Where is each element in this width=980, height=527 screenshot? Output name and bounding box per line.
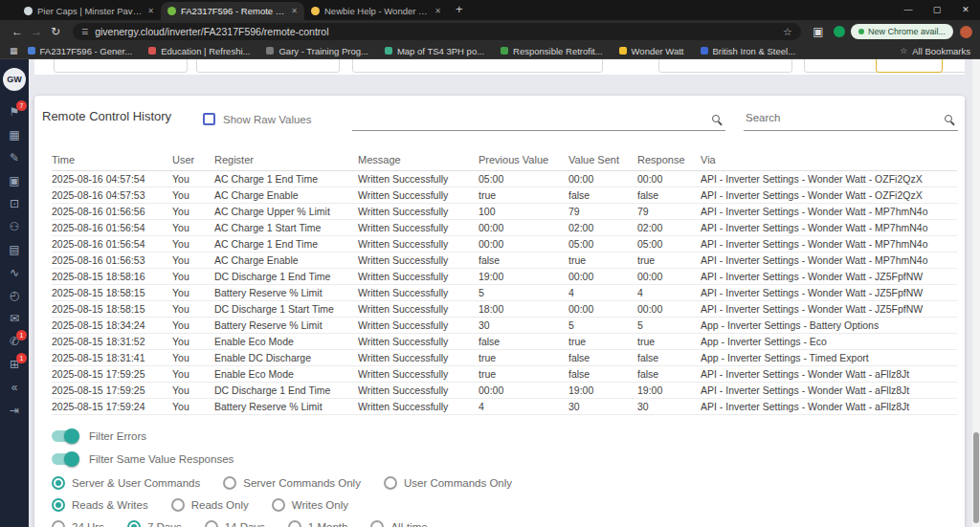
sidebar-item-display[interactable]: ⊡	[0, 192, 29, 215]
bookmark-item[interactable]: Gary - Training Prog...	[266, 46, 368, 56]
bookmark-item[interactable]: British Iron & Steel...	[701, 46, 796, 56]
toggle-switch[interactable]	[52, 453, 78, 465]
sidebar-item-collapse[interactable]: «	[0, 376, 29, 399]
minimize-button[interactable]: —	[894, 0, 923, 20]
bookmark-item[interactable]: Education | Refreshi...	[148, 46, 250, 56]
user-avatar[interactable]: GW	[3, 68, 26, 91]
bookmark-item[interactable]: Responsible Retrofit...	[501, 46, 602, 56]
browser-tab[interactable]: Newbie Help - Wonder Watt Co...✕	[304, 2, 448, 20]
radio-option[interactable]: 24 Hrs	[52, 520, 104, 527]
edit-icon: ✎	[10, 151, 19, 165]
site-settings-icon[interactable]: ☰	[81, 28, 88, 36]
back-button[interactable]: ←	[8, 25, 27, 38]
show-raw-values-checkbox[interactable]: Show Raw Values	[203, 113, 311, 125]
chrome-update-chip[interactable]: New Chrome avail...	[851, 24, 953, 39]
table-cell: API - Inverter Settings - Wonder Watt - …	[701, 235, 957, 252]
checkbox-icon[interactable]	[203, 113, 215, 125]
sidebar-item-users[interactable]: ⚇	[0, 215, 29, 238]
sidebar-item-apps[interactable]: ⊞1	[0, 353, 29, 376]
sidebar-item-charts[interactable]: ∿	[0, 261, 29, 284]
maximize-button[interactable]: ▢	[923, 0, 951, 20]
table-cell: 02:00	[637, 219, 701, 235]
table-cell: 2025-08-15 18:31:41	[52, 349, 172, 365]
filter-input[interactable]	[352, 101, 725, 131]
all-bookmarks-button[interactable]: ☆ All Bookmarks	[900, 46, 970, 56]
table-cell: API - Inverter Settings - Wonder Watt - …	[701, 170, 957, 187]
radio-option[interactable]: Server Commands Only	[223, 476, 361, 490]
toggle-knob	[64, 428, 79, 444]
bookmark-item[interactable]: FA2317F596 - Gener...	[28, 46, 133, 56]
radio-button[interactable]	[171, 498, 185, 512]
radio-option[interactable]: Reads & Writes	[52, 498, 148, 512]
table-cell: 2025-08-16 01:56:54	[52, 219, 172, 235]
table-row: 2025-08-15 17:59:25YouDC Discharge 1 End…	[52, 382, 957, 398]
tab-close-icon[interactable]: ✕	[147, 7, 154, 15]
browser-tab[interactable]: Pier Caps | Minster Paving | We...✕	[17, 2, 161, 20]
radio-option[interactable]: All-time	[370, 520, 427, 527]
apps-grid-icon[interactable]: ▦	[10, 46, 18, 55]
tab-close-icon[interactable]: ✕	[434, 7, 441, 15]
radio-option[interactable]: Writes Only	[272, 498, 348, 512]
extension-icon[interactable]: ▣	[809, 25, 828, 38]
radio-button[interactable]	[52, 476, 65, 490]
radio-button[interactable]	[127, 520, 141, 527]
column-header: User	[172, 149, 214, 170]
scrollbar-thumb[interactable]	[973, 432, 979, 523]
bookmark-star-icon[interactable]: ☆	[783, 26, 792, 38]
cutoff-panel	[54, 59, 188, 73]
table-cell: You	[172, 333, 214, 349]
address-bar[interactable]: ☰ givenergy.cloud/inverter/FA2317F596/re…	[73, 23, 801, 40]
radio-option[interactable]: User Commands Only	[384, 476, 512, 490]
sidebar-item-reports[interactable]: ▣	[0, 169, 29, 192]
radio-button[interactable]	[288, 520, 301, 527]
radio-option[interactable]: Server & User Commands	[52, 476, 200, 490]
radio-button[interactable]	[223, 476, 236, 490]
new-tab-button[interactable]: +	[456, 2, 463, 17]
sidebar-item-edit[interactable]: ✎	[0, 146, 29, 169]
close-window-button[interactable]: ✕	[951, 0, 980, 20]
bookmark-item[interactable]: Wonder Watt	[619, 46, 684, 56]
bookmark-favicon	[701, 47, 708, 55]
radio-button[interactable]	[370, 520, 384, 527]
sidebar-item-alerts[interactable]: ⚑7	[0, 100, 29, 123]
radio-button[interactable]	[272, 498, 285, 512]
table-cell: DC Discharge 1 End Time	[214, 382, 358, 398]
profile-avatar[interactable]	[960, 26, 972, 38]
highlighted-field	[876, 59, 943, 73]
refresh-button[interactable]: ↻	[46, 25, 65, 38]
bookmark-item[interactable]: Map of TS4 3PH po...	[385, 46, 484, 56]
tab-close-icon[interactable]: ✕	[291, 7, 298, 15]
toggle-switch[interactable]	[52, 430, 78, 442]
table-cell: 00:00	[568, 300, 637, 317]
sidebar-item-history[interactable]: ◴	[0, 284, 29, 307]
radio-button[interactable]	[52, 520, 65, 527]
table-cell: App - Inverter Settings - Eco	[701, 333, 957, 349]
page-scrollbar[interactable]	[972, 59, 980, 527]
sidebar-item-archive[interactable]: ▤	[0, 238, 29, 261]
table-cell: API - Inverter Settings - Wonder Watt - …	[701, 365, 957, 382]
url-text[interactable]: givenergy.cloud/inverter/FA2317F596/remo…	[95, 26, 776, 37]
sidebar-item-messages[interactable]: ✉	[0, 307, 29, 330]
table-cell: AC Charge 1 End Time	[214, 235, 358, 252]
radio-option[interactable]: 1 Month	[288, 520, 348, 527]
search-input[interactable]: Search	[744, 100, 958, 131]
table-cell: Written Successfully	[358, 252, 479, 268]
radio-option[interactable]: 14 Days	[205, 520, 265, 527]
browser-tab[interactable]: FA2317F596 - Remote Control✕	[161, 2, 304, 20]
table-cell: Written Successfully	[358, 365, 479, 382]
sidebar-item-support[interactable]: ✆1	[0, 330, 29, 353]
table-cell: 02:00	[568, 219, 637, 235]
radio-option[interactable]: 7 Days	[127, 520, 182, 527]
radio-button[interactable]	[205, 520, 218, 527]
radio-button[interactable]	[384, 476, 397, 490]
adblock-extension-icon[interactable]	[834, 26, 845, 37]
tab-strip: Pier Caps | Minster Paving | We...✕FA231…	[0, 0, 980, 20]
sidebar-item-logout[interactable]: ⇥	[0, 399, 29, 422]
sidebar-item-dashboard[interactable]: ▦	[0, 123, 29, 146]
radio-button[interactable]	[52, 498, 65, 512]
bookmark-label: Gary - Training Prog...	[278, 46, 368, 56]
radio-option[interactable]: Reads Only	[171, 498, 249, 512]
radio-group: Server & User CommandsServer Commands On…	[52, 472, 965, 494]
table-cell: true	[568, 252, 637, 268]
forward-button[interactable]: →	[27, 25, 46, 38]
